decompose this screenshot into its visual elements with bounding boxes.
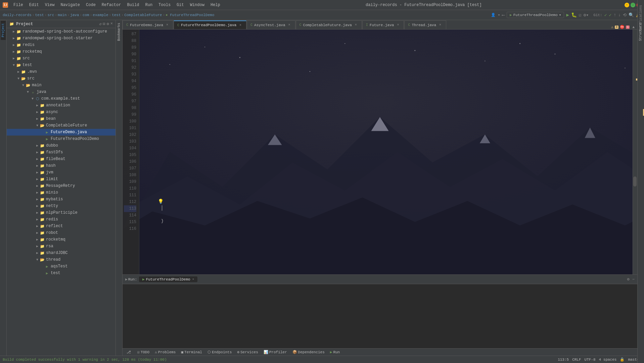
tab-close-button[interactable]: × xyxy=(165,23,170,28)
breadcrumb-file[interactable]: ● FutureThreadPoolDemo xyxy=(166,13,214,17)
bottom-settings[interactable]: ⚙ xyxy=(627,277,630,282)
scroll-up[interactable]: ▲ xyxy=(632,25,635,29)
tree-item-limit[interactable]: ▶ 📁 limit xyxy=(7,176,116,183)
tree-item-randompwd-starter[interactable]: ▶ 📁 randompwd-spring-boot-starter xyxy=(7,35,116,42)
tree-item-dubbo[interactable]: ▶ 📁 dubbo xyxy=(7,142,116,149)
indent-setting[interactable]: 4 spaces xyxy=(599,358,617,362)
tab-future-demo[interactable]: C FutureDemo.java × xyxy=(123,20,173,29)
editor-scrollbar[interactable] xyxy=(633,30,637,274)
menu-run[interactable]: Run xyxy=(142,2,155,8)
tree-item-async[interactable]: ▶ 📁 async xyxy=(7,109,116,115)
tab-async-test[interactable]: C AsyncTest.java × xyxy=(247,20,295,29)
tree-item-future-threadpool-demo[interactable]: ▶ ▶ FutureThreadPoolDemo xyxy=(7,136,116,142)
breadcrumb-com[interactable]: com xyxy=(83,13,89,17)
menu-git[interactable]: Git xyxy=(174,2,187,8)
charset[interactable]: UTF-8 xyxy=(585,358,596,362)
git-history[interactable]: ⟲ xyxy=(623,12,627,18)
tree-item-src[interactable]: ▶ 📁 src xyxy=(7,55,116,62)
tree-item-rsa[interactable]: ▶ 📁 rsa xyxy=(7,243,116,250)
tree-item-future-demo[interactable]: ▶ ▶ FutureDemo.java xyxy=(7,129,116,136)
git-pull[interactable]: ↓ xyxy=(618,12,621,17)
status-run[interactable]: ▶ Run xyxy=(329,350,341,354)
git-more[interactable]: ↑ xyxy=(613,12,616,17)
collapse-button[interactable]: ⊟ xyxy=(103,21,105,27)
status-todo[interactable]: ☑ TODO xyxy=(136,350,151,354)
breadcrumb-src[interactable]: src xyxy=(47,13,54,17)
tree-item-nlp[interactable]: ▶ 📁 nlpParticiple xyxy=(7,209,116,216)
hint-bulb[interactable]: 💡 xyxy=(158,199,164,204)
git-push-ok[interactable]: ✓ xyxy=(609,12,612,18)
tab-close-button[interactable]: × xyxy=(438,23,443,28)
nav-back[interactable]: ⟵ xyxy=(502,12,505,18)
menu-view[interactable]: View xyxy=(42,2,57,8)
tree-item-netty[interactable]: ▶ 📁 netty xyxy=(7,203,116,209)
nav-avatar[interactable]: 👤 ▾ xyxy=(491,13,500,17)
tree-item-randompwd-autoconfigure[interactable]: ▶ 📁 randompwd-spring-boot-autoconfigure xyxy=(7,28,116,35)
tree-item-rocketmq2[interactable]: ▶ 📁 rocketmq xyxy=(7,236,116,243)
coverage-button[interactable]: ☑ xyxy=(579,12,582,18)
tab-future-threadpool-demo[interactable]: C FutureThreadPoolDemo.java × xyxy=(174,20,246,29)
breadcrumb-main[interactable]: main xyxy=(58,13,66,17)
structure-label[interactable]: Structure xyxy=(638,20,643,44)
status-dependencies[interactable]: 📦 Dependencies xyxy=(291,350,326,354)
tree-item-bean[interactable]: ▶ 📁 bean xyxy=(7,115,116,122)
tab-future[interactable]: I Future.java × xyxy=(362,20,404,29)
line-ending[interactable]: CRLF xyxy=(572,358,581,362)
tree-item-rocketmq[interactable]: ▶ 📁 rocketmq xyxy=(7,48,116,55)
tree-item-java[interactable]: ▼ ☕ java xyxy=(7,89,116,95)
tree-item-robot[interactable]: ▶ 📁 robot xyxy=(7,229,116,236)
status-endpoints[interactable]: ⬡ Endpoints xyxy=(206,350,233,354)
tree-item-annotation[interactable]: ▶ 📁 annotation xyxy=(7,102,116,109)
tab-close-button[interactable]: × xyxy=(396,23,400,28)
tree-item-reflect[interactable]: ▶ 📁 reflect xyxy=(7,223,116,229)
tree-item-src2[interactable]: ▼ 📂 src xyxy=(7,75,116,82)
status-terminal[interactable]: ▣ Terminal xyxy=(180,350,203,354)
tree-item-redis2[interactable]: ▶ 📁 redis xyxy=(7,216,116,223)
menu-code[interactable]: Code xyxy=(83,2,98,8)
tree-item-shardjdbc[interactable]: ▶ 📁 shardJDBC xyxy=(7,250,116,256)
status-profiler[interactable]: 📊 Profiler xyxy=(262,350,288,354)
breadcrumb-module[interactable]: test xyxy=(35,13,44,17)
tab-close-button[interactable]: × xyxy=(354,23,358,28)
tree-item-aqs-test[interactable]: ▶ ▶ aqsTest xyxy=(7,263,116,270)
tree-item-redis[interactable]: ▶ 📁 redis xyxy=(7,42,116,48)
menu-file[interactable]: File xyxy=(11,2,26,8)
breadcrumb-project[interactable]: daily-records xyxy=(3,13,32,17)
menu-edit[interactable]: Edit xyxy=(27,2,42,8)
menu-window[interactable]: Window xyxy=(187,2,207,8)
tree-item-test-file[interactable]: ▶ ▶ test xyxy=(7,270,116,276)
git-commit-ok[interactable]: ✓ xyxy=(604,12,607,18)
tab-close-button[interactable]: × xyxy=(287,23,292,28)
menu-navigate[interactable]: Navigate xyxy=(58,2,83,8)
project-settings-button[interactable]: ⚙ xyxy=(107,21,109,27)
tree-item-com-example[interactable]: ▼ ⬡ com.example.test xyxy=(7,95,116,102)
tree-item-completable-future[interactable]: ▼ 📂 CompletableFuture xyxy=(7,122,116,129)
project-tab-label[interactable]: Project xyxy=(1,20,6,40)
tree-item-main[interactable]: ▼ 📂 main xyxy=(7,82,116,89)
run-button[interactable]: ▶ xyxy=(566,12,569,18)
tree-item-mybatis[interactable]: ▶ 📁 mybatis xyxy=(7,196,116,203)
maximize-button[interactable]: □ xyxy=(631,3,635,7)
project-close-button[interactable]: × xyxy=(110,21,113,27)
run-tab-close[interactable]: × xyxy=(192,278,194,281)
bookmarks-label[interactable]: Bookmarks xyxy=(117,20,122,44)
bottom-close[interactable]: − xyxy=(632,277,635,282)
tree-item-message-retry[interactable]: ▶ 📁 MessageRetry xyxy=(7,183,116,189)
tree-item-hash[interactable]: ▶ 📁 hash xyxy=(7,162,116,169)
tree-item-fastdfs[interactable]: ▶ 📁 fastDfs xyxy=(7,149,116,156)
tree-item-jvm[interactable]: ▶ 📁 jvm xyxy=(7,169,116,176)
status-services[interactable]: ⚙ Services xyxy=(236,350,259,354)
breadcrumb-cf[interactable]: CompletableFuture xyxy=(124,13,162,17)
run-tab[interactable]: ▶ FutureThreadPoolDemo × xyxy=(139,276,197,282)
tree-item-thread[interactable]: ▼ 📂 thread xyxy=(7,256,116,263)
search-everywhere[interactable]: 🔍 xyxy=(629,12,634,18)
code-area[interactable]: 💡 } xyxy=(139,30,633,274)
breadcrumb-test[interactable]: test xyxy=(112,13,121,17)
sync-button[interactable]: ↺ xyxy=(99,21,101,27)
menu-tools[interactable]: Tools xyxy=(156,2,173,8)
tab-completable-future[interactable]: C CompletableFuture.java × xyxy=(296,20,362,29)
tree-item-filebeat[interactable]: ▶ 📁 fileBeat xyxy=(7,156,116,162)
debug-button[interactable]: 🐛 xyxy=(571,12,577,18)
menu-help[interactable]: Help xyxy=(208,2,223,8)
minimize-button[interactable]: − xyxy=(625,3,629,7)
